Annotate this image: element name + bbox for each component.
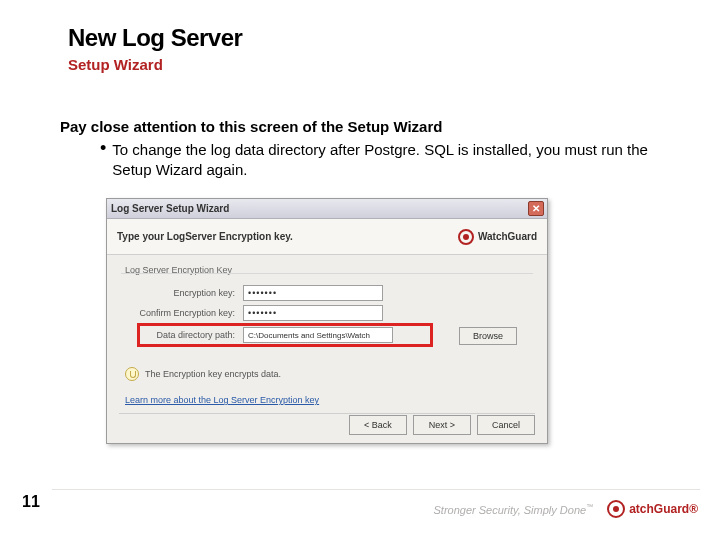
instruction-heading: Pay close attention to this screen of th… — [60, 118, 442, 135]
wizard-title: Log Server Setup Wizard — [111, 203, 229, 214]
bullet-item: • To change the log data directory after… — [100, 140, 660, 180]
footer-brand: atchGuard® — [607, 500, 698, 518]
confirm-key-input[interactable]: ••••••• — [243, 305, 383, 321]
lock-icon — [125, 367, 139, 381]
wizard-banner: Type your LogServer Encryption key. Watc… — [107, 219, 547, 255]
close-button[interactable]: ✕ — [528, 201, 544, 216]
browse-button[interactable]: Browse — [459, 327, 517, 345]
next-button[interactable]: Next > — [413, 415, 471, 435]
divider — [121, 273, 533, 274]
brand-label: WatchGuard — [478, 231, 537, 242]
footer-right: Stronger Security, Simply Done™ atchGuar… — [434, 500, 699, 518]
wizard-dialog: Log Server Setup Wizard ✕ Type your LogS… — [106, 198, 548, 444]
page-subtitle: Setup Wizard — [68, 56, 163, 73]
footer-brand-text: atchGuard — [629, 502, 689, 516]
footer-brand-label: atchGuard® — [629, 502, 698, 516]
trademark-symbol: ™ — [586, 503, 593, 510]
encryption-key-label: Encryption key: — [135, 288, 235, 298]
wizard-button-row: < Back Next > Cancel — [349, 415, 535, 435]
data-directory-row: Data directory path: C:\Documents and Se… — [135, 327, 393, 343]
banner-instruction: Type your LogServer Encryption key. — [117, 231, 293, 242]
data-directory-label: Data directory path: — [135, 330, 235, 340]
tagline-text: Stronger Security, Simply Done — [434, 503, 587, 515]
confirm-key-label: Confirm Encryption key: — [135, 308, 235, 318]
bullet-text: To change the log data directory after P… — [112, 140, 660, 180]
page-number: 11 — [22, 493, 40, 511]
watchguard-icon — [607, 500, 625, 518]
encryption-key-input[interactable]: ••••••• — [243, 285, 383, 301]
encryption-key-row: Encryption key: ••••••• — [135, 285, 383, 301]
hint-text: The Encryption key encrypts data. — [145, 369, 281, 379]
tagline: Stronger Security, Simply Done™ — [434, 503, 594, 516]
learn-more-link[interactable]: Learn more about the Log Server Encrypti… — [125, 395, 319, 405]
divider — [119, 413, 535, 414]
page-title: New Log Server — [68, 24, 242, 52]
cancel-button[interactable]: Cancel — [477, 415, 535, 435]
registered-symbol: ® — [689, 502, 698, 516]
slide-footer: 11 Stronger Security, Simply Done™ atchG… — [0, 486, 720, 518]
wizard-titlebar: Log Server Setup Wizard ✕ — [107, 199, 547, 219]
data-directory-input[interactable]: C:\Documents and Settings\Watch — [243, 327, 393, 343]
back-button[interactable]: < Back — [349, 415, 407, 435]
confirm-key-row: Confirm Encryption key: ••••••• — [135, 305, 383, 321]
brand-logo: WatchGuard — [458, 229, 537, 245]
watchguard-icon — [458, 229, 474, 245]
bullet-dot-icon: • — [100, 139, 106, 157]
hint-row: The Encryption key encrypts data. — [125, 367, 281, 381]
